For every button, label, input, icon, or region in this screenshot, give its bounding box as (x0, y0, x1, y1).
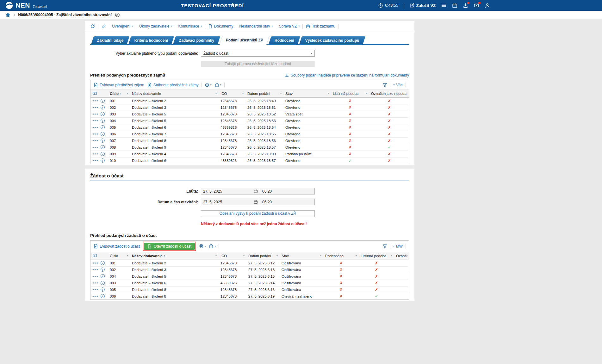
create-vz-button[interactable]: Založit VZ (409, 3, 436, 8)
history-button[interactable] (90, 24, 95, 29)
filing-type-select[interactable]: Žádost o účast ▾ (201, 50, 315, 57)
row-actions-icon[interactable]: ●●● (92, 133, 98, 135)
table-row[interactable]: ●●●i 002 Dodavatel - školení 3 12345678 … (90, 104, 409, 111)
downloads-button[interactable] (463, 3, 468, 8)
register-request-button[interactable]: Evidovat žádost o účast (93, 244, 140, 249)
col-ico[interactable]: IČO▾ (219, 90, 245, 97)
table-row[interactable]: ●●●i 005 Dodavatel - školení 6 45359326 … (90, 124, 409, 131)
filter-button[interactable] (382, 83, 387, 87)
row-actions-icon[interactable]: ●●● (92, 281, 98, 284)
row-actions-icon[interactable]: ●●● (92, 288, 98, 291)
home-icon[interactable] (5, 12, 10, 17)
filter-caret-icon[interactable]: ▾ (391, 254, 392, 257)
table-row[interactable]: ●●●i 004 Dodavatel - školení 5 12345678 … (90, 273, 409, 280)
deadline-date[interactable]: 27. 5. 2025 (203, 189, 222, 194)
col-listinna-podoba[interactable]: Listinná podoba▾ (331, 90, 369, 97)
col-datum-podani[interactable]: Datum podání▾ (245, 90, 283, 97)
print-grid-button[interactable]: ▾ (199, 244, 206, 249)
col-podepsana[interactable]: Podepsána▾ (323, 252, 359, 260)
opening-date[interactable]: 27. 5. 2025 (203, 200, 222, 204)
calendar-button[interactable] (452, 3, 457, 8)
info-icon[interactable]: i (101, 105, 105, 109)
table-row[interactable]: ●●●i 003 Dodavatel - školení 5 12345678 … (90, 111, 409, 117)
opening-time[interactable]: 06:20 (260, 199, 314, 205)
filter-caret-icon[interactable]: ▾ (366, 92, 367, 95)
filter-preset-dropdown[interactable]: ▾ MW (393, 244, 403, 249)
row-actions-icon[interactable]: ●●● (92, 152, 98, 155)
table-row[interactable]: ●●●i 004 Dodavatel - školení 5 12345678 … (90, 117, 409, 124)
table-row[interactable]: ●●●i 007 Dodavatel - školení 8 12345678 … (90, 137, 409, 144)
toolbar-item-dokumenty[interactable]: Dokumenty (208, 24, 233, 28)
row-actions-icon[interactable]: ●●● (92, 268, 98, 271)
tab-kriteria-hodnoceni[interactable]: Kritéria hodnocení (128, 36, 174, 44)
print-grid-button[interactable]: ▾ (205, 83, 212, 87)
toolbar-item-nestandardni-stav[interactable]: Nestandardní stav ▾ (239, 24, 273, 28)
register-preliminary-button[interactable]: Evidovat předběžný zájem (93, 83, 144, 87)
filter-caret-icon[interactable]: ▾ (280, 92, 282, 95)
close-record-icon[interactable] (115, 12, 120, 17)
table-row[interactable]: ●●●i 003 Dodavatel - školení 6 45359326 … (90, 280, 409, 286)
toolbar-item-tisk-zaznamu[interactable]: Tisk záznamu (306, 24, 335, 29)
info-icon[interactable]: i (101, 132, 105, 136)
info-icon[interactable]: i (101, 294, 105, 298)
table-row[interactable]: ●●●i 005 Dodavatel - školení 8 12345678 … (90, 286, 409, 293)
column-settings-icon[interactable] (92, 91, 97, 96)
info-icon[interactable]: i (101, 145, 105, 149)
toolbar-item-uverejneni[interactable]: Uveřejnění ▾ (112, 24, 133, 28)
table-row[interactable]: ●●●i 010 Dodavatel - školení 6 45359326 … (90, 157, 409, 164)
edit-record-button[interactable] (101, 24, 106, 29)
row-actions-icon[interactable]: ●●● (92, 139, 98, 142)
info-icon[interactable]: i (101, 274, 105, 278)
table-row[interactable]: ●●●i 008 Dodavatel - školení 9 12345678 … (90, 144, 409, 151)
filter-caret-icon[interactable]: ▾ (215, 92, 217, 95)
nen-logo[interactable]: NEN Zadavatel (5, 1, 47, 9)
download-preliminary-button[interactable]: Stáhnout předběžné zájmy (147, 83, 199, 87)
info-icon[interactable]: i (101, 152, 105, 156)
tab-zakladni-udaje[interactable]: Základní údaje (91, 36, 129, 44)
submission-files-link[interactable]: Soubory podání najdete připravené ke sta… (285, 73, 409, 77)
filter-button[interactable] (382, 244, 387, 249)
send-invitation-button[interactable]: Odeslání výzvy k podání žádosti o účast … (201, 210, 315, 217)
col-stav[interactable]: Stav▾ (283, 90, 331, 97)
table-row[interactable]: ●●●i 001 Dodavatel - školení 2 12345678 … (90, 260, 409, 266)
info-icon[interactable]: i (101, 112, 105, 116)
col-listinna-podoba[interactable]: Listinná podoba▾ (359, 252, 394, 260)
col-nazev-dodavatele[interactable]: Název dodavatele↑▾ (130, 252, 219, 260)
row-actions-icon[interactable]: ●●● (92, 106, 98, 109)
info-icon[interactable]: i (101, 281, 105, 285)
filter-caret-icon[interactable]: ▾ (215, 254, 217, 257)
open-requests-button[interactable]: Otevřít žádosti o účast (144, 243, 195, 250)
calendar-small-icon[interactable] (254, 189, 258, 193)
info-icon[interactable]: i (101, 287, 105, 292)
row-actions-icon[interactable]: ●●● (92, 159, 98, 162)
table-row[interactable]: ●●●i 001 Dodavatel - školení 2 12345678 … (90, 97, 409, 104)
col-cislo[interactable]: Číslo▾ (108, 252, 130, 260)
export-grid-button[interactable]: ▾ (209, 244, 216, 249)
filter-caret-icon[interactable]: ▾ (242, 92, 244, 95)
info-icon[interactable]: i (101, 158, 105, 163)
export-grid-button[interactable]: ▾ (214, 83, 221, 87)
col-stav[interactable]: Stav▾ (280, 252, 323, 260)
filter-preset-dropdown[interactable]: ▾ Vše (393, 83, 403, 87)
col-nazev-dodavatele[interactable]: Název dodavatele▾ (130, 90, 219, 97)
row-actions-icon[interactable]: ●●● (92, 119, 98, 122)
info-icon[interactable]: i (101, 119, 105, 123)
filter-caret-icon[interactable]: ▾ (276, 254, 278, 257)
calendar-small-icon[interactable] (254, 200, 258, 204)
user-profile-button[interactable] (485, 3, 490, 8)
info-icon[interactable]: i (101, 139, 105, 143)
column-settings-icon[interactable] (92, 253, 97, 258)
col-cislo[interactable]: Číslo↑▾ (108, 90, 130, 97)
filter-caret-icon[interactable]: ▾ (328, 92, 329, 95)
table-row[interactable]: ●●●i 006 Dodavatel - školení 7 12345678 … (90, 131, 409, 137)
filter-caret-icon[interactable]: ▾ (243, 254, 245, 257)
row-actions-icon[interactable]: ●●● (92, 99, 98, 102)
messages-button[interactable] (474, 3, 479, 8)
toolbar-item-komunikace[interactable]: Komunikace ▾ (178, 24, 202, 28)
row-actions-icon[interactable]: ●●● (92, 113, 98, 115)
toolbar-item-sprava-vz[interactable]: Správa VZ ▾ (279, 24, 300, 28)
table-row[interactable]: ●●●i 006 Dodavatel - školení 8 12345678 … (90, 293, 409, 299)
main-menu-button[interactable] (441, 3, 447, 8)
filter-caret-icon[interactable]: ▾ (127, 254, 128, 257)
tab-zadavaci-podminky[interactable]: Zadávací podmínky (173, 36, 220, 44)
